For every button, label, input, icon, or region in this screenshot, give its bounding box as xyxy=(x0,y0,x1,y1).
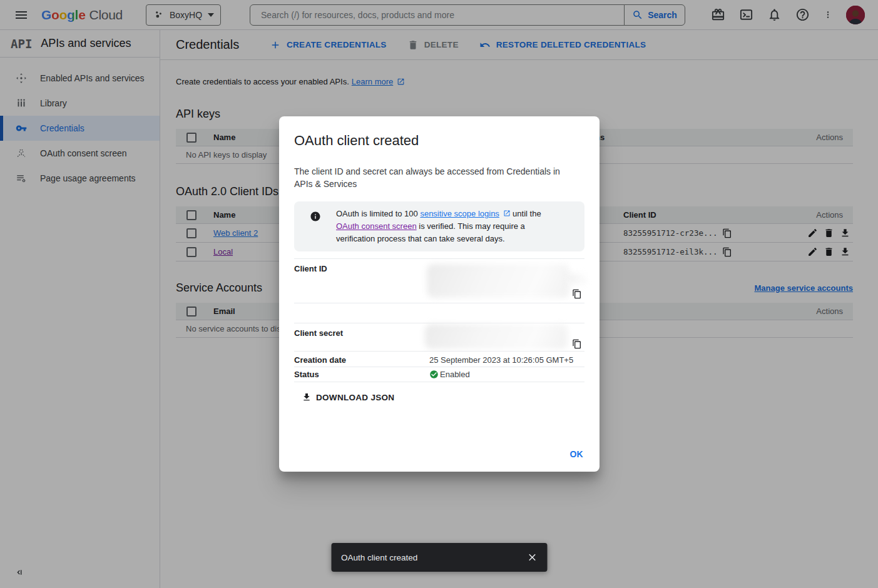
creation-date-label: Creation date xyxy=(294,352,429,365)
toast-snackbar: OAuth client created xyxy=(331,543,547,572)
status-value: Enabled xyxy=(429,367,584,379)
download-icon xyxy=(302,392,312,402)
close-icon xyxy=(526,552,538,563)
dialog-title: OAuth client created xyxy=(294,133,584,149)
spacer-row xyxy=(294,303,584,323)
creation-date-row: Creation date 25 September 2023 at 10:26… xyxy=(294,352,584,367)
redacted-blur xyxy=(425,324,568,349)
external-link-icon xyxy=(503,210,511,217)
check-circle-icon xyxy=(429,370,439,379)
status-row: Status Enabled xyxy=(294,367,584,382)
download-json-label: DOWNLOAD JSON xyxy=(316,393,394,402)
dialog-detail-rows: Client ID Client secret xyxy=(294,258,584,382)
dialog-subtitle: The client ID and secret can always be a… xyxy=(294,165,576,190)
client-id-row: Client ID xyxy=(294,259,584,303)
copy-icon[interactable] xyxy=(572,339,582,349)
download-json-button[interactable]: DOWNLOAD JSON xyxy=(302,392,394,402)
toast-message: OAuth client created xyxy=(341,553,521,562)
oauth-consent-screen-link[interactable]: OAuth consent screen xyxy=(336,221,417,231)
dialog-notice-text: OAuth is limited to 100 sensitive scope … xyxy=(336,208,556,245)
toast-close-button[interactable] xyxy=(521,546,543,569)
ok-button[interactable]: OK xyxy=(569,449,583,459)
client-secret-label: Client secret xyxy=(294,323,429,338)
sensitive-scope-logins-link[interactable]: sensitive scope logins xyxy=(420,209,499,218)
redacted-blur xyxy=(427,264,569,298)
client-id-value-redacted xyxy=(429,259,584,264)
status-label: Status xyxy=(294,367,429,379)
notice-pre: OAuth is limited to 100 xyxy=(336,209,420,218)
copy-icon[interactable] xyxy=(572,289,582,299)
client-secret-value-redacted xyxy=(429,323,584,328)
redacted-blur xyxy=(568,274,586,285)
info-icon xyxy=(310,211,321,222)
app-root: Google Cloud BoxyHQ Search xyxy=(0,0,878,588)
oauth-client-created-dialog: OAuth client created The client ID and s… xyxy=(279,116,600,472)
client-id-label: Client ID xyxy=(294,259,429,273)
dialog-notice: OAuth is limited to 100 sensitive scope … xyxy=(294,201,584,251)
status-text: Enabled xyxy=(440,370,470,379)
notice-mid: until the xyxy=(511,209,541,218)
creation-date-value: 25 September 2023 at 10:26:05 GMT+5 xyxy=(429,352,584,365)
client-secret-row: Client secret xyxy=(294,323,584,352)
